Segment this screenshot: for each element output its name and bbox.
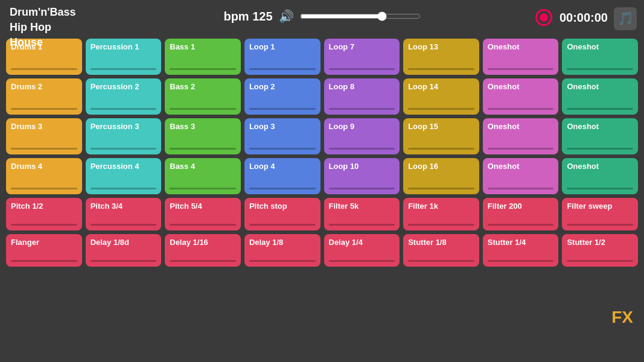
pad-label: Oneshot <box>567 162 599 171</box>
pad-row1-3[interactable]: Bass 1 <box>165 39 241 75</box>
pad-row6-8[interactable]: Stutter 1/2 <box>562 234 638 267</box>
pad-row3-5[interactable]: Loop 9 <box>324 118 400 154</box>
pad-row6-5[interactable]: Delay 1/4 <box>324 234 400 267</box>
pad-row2-8[interactable]: Oneshot <box>562 78 638 115</box>
pad-row4-6[interactable]: Loop 16 <box>403 158 479 194</box>
pad-line <box>408 224 474 226</box>
pad-line <box>567 108 633 110</box>
pad-line <box>11 188 77 189</box>
pad-row4-2[interactable]: Percussion 4 <box>86 158 162 194</box>
grid-row-2: Drums 2Percussion 2Bass 2Loop 2Loop 8Loo… <box>6 78 638 115</box>
pad-row2-6[interactable]: Loop 14 <box>403 78 479 115</box>
pad-row3-8[interactable]: Oneshot <box>562 118 638 154</box>
pad-row5-4[interactable]: Pitch stop <box>244 198 320 230</box>
pad-label: Stutter 1/8 <box>408 238 447 247</box>
pad-row1-5[interactable]: Loop 7 <box>324 39 400 75</box>
pad-line <box>91 68 157 70</box>
pad-line <box>170 148 236 150</box>
header: Drum'n'Bass Hip Hop House bpm 125 🔊 00:0… <box>0 0 644 36</box>
pad-row6-4[interactable]: Delay 1/8 <box>244 234 320 267</box>
pad-line <box>11 224 77 226</box>
pad-label: Bass 3 <box>170 122 195 131</box>
pad-row4-1[interactable]: Drums 4 <box>6 158 82 194</box>
pad-label: Pitch stop <box>249 202 287 211</box>
pad-label: Flanger <box>11 238 39 247</box>
pad-row2-7[interactable]: Oneshot <box>483 78 559 115</box>
pad-row3-6[interactable]: Loop 15 <box>403 118 479 154</box>
pad-row3-2[interactable]: Percussion 3 <box>86 118 162 154</box>
record-area: 00:00:00 <box>535 9 608 26</box>
pad-row4-8[interactable]: Oneshot <box>562 158 638 194</box>
pad-row2-1[interactable]: Drums 2 <box>6 78 82 115</box>
pad-row2-5[interactable]: Loop 8 <box>324 78 400 115</box>
pad-line <box>170 224 236 226</box>
pad-row5-1[interactable]: Pitch 1/2 <box>6 198 82 230</box>
pad-row3-3[interactable]: Bass 3 <box>165 118 241 154</box>
pad-label: Percussion 2 <box>91 82 139 91</box>
pad-label: Oneshot <box>567 122 599 131</box>
pad-row2-4[interactable]: Loop 2 <box>244 78 320 115</box>
pad-row2-3[interactable]: Bass 2 <box>165 78 241 115</box>
pad-row5-2[interactable]: Pitch 3/4 <box>86 198 162 230</box>
pad-row1-4[interactable]: Loop 1 <box>244 39 320 75</box>
pad-label: Loop 4 <box>249 162 275 171</box>
pad-row4-4[interactable]: Loop 4 <box>244 158 320 194</box>
pad-line <box>329 188 395 189</box>
pad-row5-3[interactable]: Pitch 5/4 <box>165 198 241 230</box>
pad-label: Pitch 5/4 <box>170 202 202 211</box>
pad-line <box>11 68 77 70</box>
pad-line <box>91 148 157 150</box>
pad-row4-3[interactable]: Bass 4 <box>165 158 241 194</box>
pad-row1-6[interactable]: Loop 13 <box>403 39 479 75</box>
pad-row1-2[interactable]: Percussion 1 <box>86 39 162 75</box>
pad-label: Loop 1 <box>249 42 275 51</box>
pad-label: Loop 8 <box>329 82 355 91</box>
pad-row2-2[interactable]: Percussion 2 <box>86 78 162 115</box>
pad-label: Pitch 3/4 <box>91 202 123 211</box>
pad-line <box>488 188 554 189</box>
pad-row5-6[interactable]: Filter 1k <box>403 198 479 230</box>
pad-row4-7[interactable]: Oneshot <box>483 158 559 194</box>
pad-line <box>170 68 236 70</box>
pad-row6-6[interactable]: Stutter 1/8 <box>403 234 479 267</box>
pad-label: Bass 1 <box>170 42 195 51</box>
pad-line <box>249 260 316 262</box>
pad-label: Filter 200 <box>488 202 522 211</box>
pad-row6-3[interactable]: Delay 1/16 <box>165 234 241 267</box>
pad-label: Percussion 1 <box>91 42 139 51</box>
pad-label: Bass 2 <box>170 82 195 91</box>
fx-label: FX <box>611 308 633 327</box>
pad-label: Drums 4 <box>11 162 42 171</box>
pad-row5-5[interactable]: Filter 5k <box>324 198 400 230</box>
pad-label: Loop 9 <box>329 122 355 131</box>
pad-line <box>408 188 474 189</box>
pad-line <box>567 148 633 150</box>
pad-line <box>567 260 633 262</box>
pad-row3-4[interactable]: Loop 3 <box>244 118 320 154</box>
pad-row5-7[interactable]: Filter 200 <box>483 198 559 230</box>
pad-row4-5[interactable]: Loop 10 <box>324 158 400 194</box>
volume-slider[interactable] <box>300 11 421 21</box>
pad-label: Loop 15 <box>408 122 438 131</box>
genre-house[interactable]: House <box>10 35 76 50</box>
pad-label: Delay 1/8d <box>91 238 129 247</box>
pad-label: Loop 10 <box>329 162 359 171</box>
record-button[interactable] <box>535 9 552 26</box>
pad-label: Percussion 4 <box>91 162 139 171</box>
pad-row1-8[interactable]: Oneshot <box>562 39 638 75</box>
pad-label: Loop 16 <box>408 162 438 171</box>
pad-row6-7[interactable]: Stutter 1/4 <box>483 234 559 267</box>
pad-line <box>329 224 395 226</box>
pad-row6-1[interactable]: Flanger <box>6 234 82 267</box>
pad-row3-7[interactable]: Oneshot <box>483 118 559 154</box>
pad-row1-7[interactable]: Oneshot <box>483 39 559 75</box>
pad-row5-8[interactable]: Filter sweep <box>562 198 638 230</box>
pad-line <box>11 148 77 150</box>
genre-dnb[interactable]: Drum'n'Bass <box>10 5 76 20</box>
genre-hiphop[interactable]: Hip Hop <box>10 20 76 35</box>
pad-row6-2[interactable]: Delay 1/8d <box>86 234 162 267</box>
music-icon[interactable]: 🎵 <box>614 7 637 30</box>
grid-row-5: Pitch 1/2Pitch 3/4Pitch 5/4Pitch stopFil… <box>6 198 638 230</box>
pad-row3-1[interactable]: Drums 3 <box>6 118 82 154</box>
pad-line <box>11 260 77 262</box>
